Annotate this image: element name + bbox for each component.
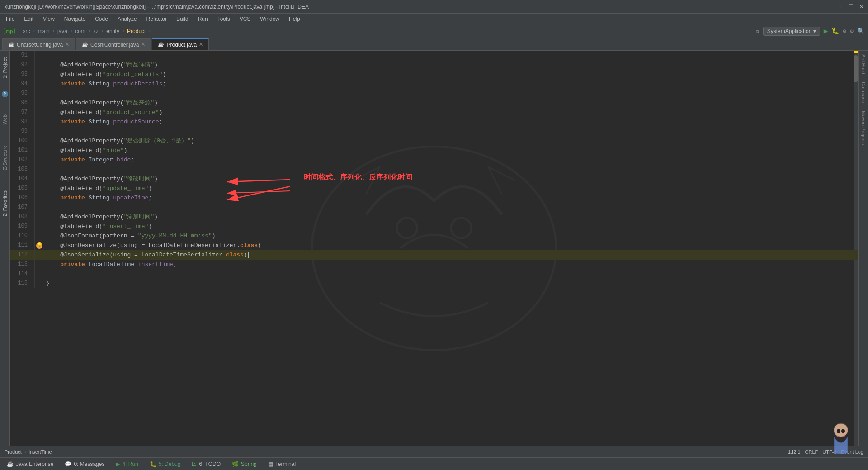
utf8-indicator[interactable]: UTF-8	[822, 449, 836, 455]
tab-close-charset[interactable]: ✕	[65, 42, 69, 47]
java-enterprise-label: Java Enterprise	[16, 461, 53, 467]
run-config-dropdown[interactable]: SystemApplication ▾	[763, 27, 820, 36]
java-file-icon: ☕	[8, 42, 14, 47]
menu-build[interactable]: Build	[173, 15, 192, 23]
menu-window[interactable]: Window	[256, 15, 283, 23]
menu-code[interactable]: Code	[91, 15, 112, 23]
title-bar: xunzhongkeji [D:\work\maven\workingSpace…	[0, 0, 868, 14]
status-insert-time[interactable]: insertTime	[29, 449, 52, 455]
event-log[interactable]: Event Log	[841, 449, 863, 455]
menu-run[interactable]: Run	[194, 15, 212, 23]
maven-projects-panel[interactable]: Maven Projects	[859, 107, 868, 149]
coverage-button[interactable]: ⚙	[843, 28, 846, 35]
search-everywhere-icon[interactable]: 🔍	[857, 28, 864, 35]
menu-help[interactable]: Help	[285, 15, 304, 23]
menu-analyze[interactable]: Analyze	[114, 15, 141, 23]
tab-label-product: Product.java	[166, 42, 197, 48]
messages-tab[interactable]: 💬 0: Messages	[60, 459, 109, 470]
messages-icon: 💬	[65, 461, 71, 467]
tab-ceshi-controller[interactable]: ☕ CeshiController.java ✕	[76, 38, 151, 50]
breadcrumb-java[interactable]: java	[57, 28, 67, 34]
run-label: 4: Run	[122, 461, 138, 467]
crlf-indicator[interactable]: CRLF	[805, 449, 818, 455]
todo-label: 6: TODO	[199, 461, 221, 467]
tab-product[interactable]: ☕ Product.java ✕	[152, 38, 209, 50]
bulb-icon[interactable]: 💡	[36, 242, 42, 249]
menu-vcs[interactable]: VCS	[236, 15, 255, 23]
menu-bar: File Edit View Navigate Code Analyze Ref…	[0, 14, 868, 24]
status-breadcrumb: Product › insertTime	[5, 449, 52, 455]
code-line-109: 109 @TableField("insert_time")	[10, 222, 858, 231]
menu-edit[interactable]: Edit	[20, 15, 37, 23]
todo-icon: ☑	[192, 461, 197, 467]
project-mp-tag[interactable]: mp	[4, 28, 15, 34]
code-line-115: 115 }	[10, 279, 858, 288]
editor-area[interactable]: 91 92 @ApiModelProperty("商品详情") 93 @Tabl…	[10, 51, 858, 446]
code-line-99: 99	[10, 127, 858, 136]
code-line-95: 95	[10, 89, 858, 98]
breadcrumb-src[interactable]: src	[23, 28, 30, 34]
code-line-104: 104 @ApiModelProperty("修改时间")	[10, 174, 858, 184]
minimize-button[interactable]: ─	[839, 3, 842, 10]
run-tab[interactable]: ▶ 4: Run	[111, 459, 142, 470]
code-line-114: 114	[10, 269, 858, 279]
code-line-102: 102 private Integer hide;	[10, 155, 858, 165]
code-line-112: 112 @JsonSerialize(using = LocalDateTime…	[10, 250, 858, 260]
spring-icon: 🌿	[232, 461, 239, 467]
debug-tab[interactable]: 🐛 5: Debug	[145, 459, 185, 470]
left-sidebar: 1: Project P Web Z-Structure 2: Favorite…	[0, 51, 10, 446]
messages-label: 0: Messages	[74, 461, 104, 467]
tab-label-ceshi: CeshiController.java	[90, 42, 139, 48]
favorites-panel-label[interactable]: 2: Favorites	[1, 186, 9, 221]
java-enterprise-icon: ☕	[7, 461, 14, 467]
database-panel[interactable]: Database	[859, 78, 868, 107]
toolbar: mp › src › main › java › com › xz › enti…	[0, 24, 868, 38]
maximize-button[interactable]: □	[849, 3, 853, 10]
code-container[interactable]: 91 92 @ApiModelProperty("商品详情") 93 @Tabl…	[10, 51, 858, 446]
menu-refactor[interactable]: Refactor	[143, 15, 170, 23]
breadcrumb-com[interactable]: com	[75, 28, 85, 34]
code-line-98: 98 private String productSource;	[10, 117, 858, 127]
code-line-108: 108 @ApiModelProperty("添加时间")	[10, 212, 858, 222]
code-line-96: 96 @ApiModelProperty("商品来源")	[10, 98, 858, 108]
close-button[interactable]: ✕	[860, 3, 863, 10]
breadcrumb-xz[interactable]: xz	[93, 28, 99, 34]
menu-view[interactable]: View	[39, 15, 58, 23]
project-icon[interactable]: P	[2, 91, 8, 97]
tab-close-ceshi[interactable]: ✕	[141, 42, 145, 47]
code-line-92: 92 @ApiModelProperty("商品详情")	[10, 60, 858, 70]
structure-panel-label[interactable]: Z-Structure	[1, 141, 9, 175]
menu-navigate[interactable]: Navigate	[61, 15, 89, 23]
code-line-107: 107	[10, 203, 858, 212]
right-sidebar: Ant Build Database Maven Projects	[858, 51, 868, 446]
toolbar-settings[interactable]: ⚙	[850, 28, 854, 35]
breadcrumb-main[interactable]: main	[38, 28, 50, 34]
run-button[interactable]: ▶	[824, 27, 828, 36]
run-icon: ▶	[116, 461, 120, 467]
project-panel-label[interactable]: 1: Project	[1, 53, 9, 83]
spring-label: Spring	[241, 461, 257, 467]
web-panel-label[interactable]: Web	[1, 110, 9, 129]
status-product[interactable]: Product	[5, 449, 22, 455]
tab-charset-config[interactable]: ☕ CharsetConfig.java ✕	[2, 38, 75, 50]
sort-icon[interactable]: ⇅	[756, 28, 760, 35]
bottom-toolbar: ☕ Java Enterprise 💬 0: Messages ▶ 4: Run…	[0, 457, 868, 470]
code-line-91: 91	[10, 51, 858, 60]
todo-tab[interactable]: ☑ 6: TODO	[187, 459, 225, 470]
debug-label: 5: Debug	[159, 461, 181, 467]
breadcrumb-entity[interactable]: entity	[106, 28, 119, 34]
code-line-105: 105 @TableField("update_time")	[10, 184, 858, 193]
tab-label-charset: CharsetConfig.java	[17, 42, 63, 48]
position-indicator: 112:1	[788, 449, 801, 455]
debug-button[interactable]: 🐛	[831, 27, 839, 35]
breadcrumb-product[interactable]: Product	[127, 28, 146, 34]
code-line-97: 97 @TableField("product_source")	[10, 108, 858, 117]
toolbar-right: ⇅ SystemApplication ▾ ▶ 🐛 ⚙ ⚙ 🔍	[756, 27, 864, 36]
spring-tab[interactable]: 🌿 Spring	[227, 459, 261, 470]
menu-tools[interactable]: Tools	[214, 15, 234, 23]
menu-file[interactable]: File	[2, 15, 18, 23]
ant-build-panel[interactable]: Ant Build	[859, 51, 868, 78]
tab-close-product[interactable]: ✕	[199, 42, 203, 47]
java-enterprise-tab[interactable]: ☕ Java Enterprise	[2, 459, 58, 470]
terminal-tab[interactable]: ▤ Terminal	[264, 459, 300, 470]
